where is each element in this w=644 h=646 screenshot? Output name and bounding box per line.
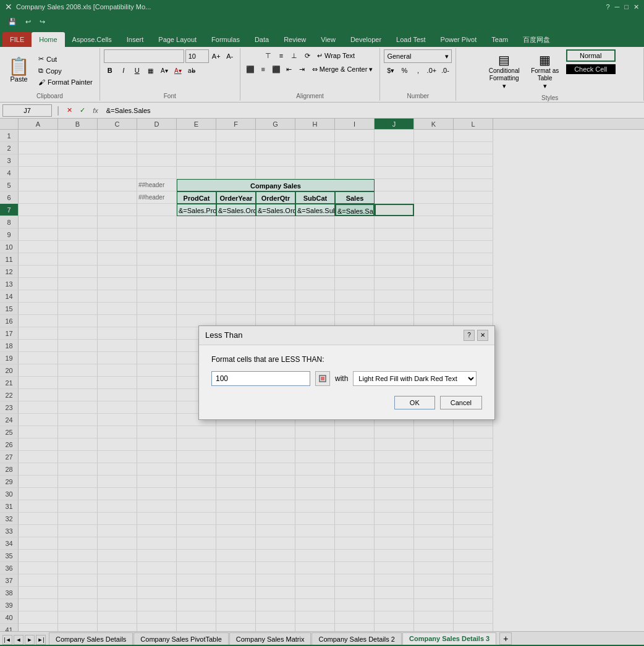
dialog-ref-button[interactable] xyxy=(315,371,330,386)
svg-rect-1 xyxy=(321,377,324,380)
dialog-format-select[interactable]: Light Red Fill with Dark Red Text Yellow… xyxy=(353,371,477,386)
dialog-with-label: with xyxy=(335,374,348,383)
dialog-help-btn[interactable]: ? xyxy=(464,330,475,341)
dialog-inputs: with Light Red Fill with Dark Red Text Y… xyxy=(211,371,482,386)
dialog-buttons: OK Cancel xyxy=(211,396,482,409)
dialog-cancel-button[interactable]: Cancel xyxy=(440,396,482,409)
ref-icon xyxy=(319,375,326,382)
dialog-title: Less Than xyxy=(205,330,242,340)
dialog-instruction: Format cells that are LESS THAN: xyxy=(211,355,482,364)
dialog-value-input[interactable] xyxy=(211,371,310,386)
dialog-body: Format cells that are LESS THAN: with Li… xyxy=(199,345,494,419)
dialog-title-buttons: ? ✕ xyxy=(464,330,488,341)
less-than-dialog: Less Than ? ✕ Format cells that are LESS… xyxy=(198,325,495,420)
dialog-close-btn[interactable]: ✕ xyxy=(477,330,488,341)
dialog-title-bar: Less Than ? ✕ xyxy=(199,326,494,345)
dialog-ok-button[interactable]: OK xyxy=(394,396,435,409)
dialog-overlay: Less Than ? ✕ Format cells that are LESS… xyxy=(0,0,644,646)
